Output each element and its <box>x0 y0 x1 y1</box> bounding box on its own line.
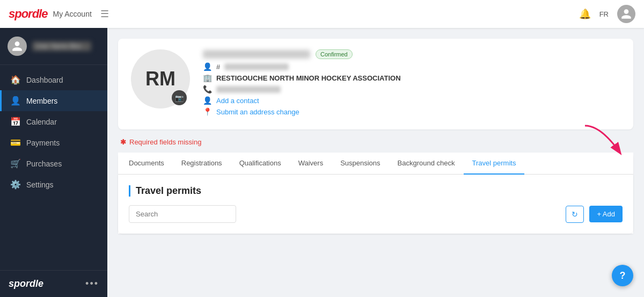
sidebar-nav: 🏠 Dashboard 👤 Members 📅 Calendar 💳 Payme… <box>0 65 107 270</box>
refresh-icon: ↻ <box>572 210 578 219</box>
sidebar-label-purchases: Purchases <box>26 160 62 168</box>
members-icon: 👤 <box>10 96 20 106</box>
profile-address-row: 📍 Submit an address change <box>203 107 620 116</box>
sidebar-user: User Name Blurred <box>0 28 107 65</box>
tab-documents[interactable]: Documents <box>120 153 173 175</box>
sidebar-label-settings: Settings <box>26 180 54 189</box>
add-contact-link[interactable]: Add a contact <box>216 97 259 105</box>
sidebar-more-button[interactable]: ••• <box>85 278 99 289</box>
location-icon: 📍 <box>203 107 212 116</box>
tab-travel-permits[interactable]: Travel permits <box>464 153 525 175</box>
refresh-button[interactable]: ↻ <box>566 206 584 223</box>
tab-background-check[interactable]: Background check <box>389 153 464 175</box>
sidebar-item-members[interactable]: 👤 Members <box>0 90 107 111</box>
profile-name-row: Confirmed <box>203 49 620 59</box>
sidebar-label-dashboard: Dashboard <box>26 76 63 84</box>
profile-org-name: RESTIGOUCHE NORTH MINOR HOCKEY ASSOCIATI… <box>216 74 401 82</box>
add-button-label: + Add <box>597 210 615 218</box>
profile-org-row: 🏢 RESTIGOUCHE NORTH MINOR HOCKEY ASSOCIA… <box>203 74 620 82</box>
bell-icon[interactable]: 🔔 <box>579 8 591 20</box>
person-icon: 👤 <box>203 62 212 71</box>
sidebar-item-payments[interactable]: 💳 Payments <box>0 132 107 153</box>
tabs-container: Documents Registrations Qualifications W… <box>118 153 633 175</box>
user-avatar[interactable] <box>617 5 635 23</box>
sidebar: User Name Blurred 🏠 Dashboard 👤 Members … <box>0 28 107 297</box>
calendar-icon: 📅 <box>10 117 20 127</box>
tab-suspensions[interactable]: Suspensions <box>332 153 389 175</box>
tab-waivers[interactable]: Waivers <box>290 153 332 175</box>
payments-icon: 💳 <box>10 137 20 148</box>
nav-title: My Account <box>53 10 91 18</box>
panel-toolbar: ↻ + Add <box>129 205 623 223</box>
sidebar-label-payments: Payments <box>26 139 60 147</box>
profile-id-blurred <box>224 63 289 70</box>
profile-phone-blurred <box>216 86 281 93</box>
settings-icon: ⚙️ <box>10 179 20 190</box>
tabs-wrapper: Documents Registrations Qualifications W… <box>118 153 633 234</box>
sidebar-avatar <box>8 37 27 56</box>
profile-id-label: # <box>216 63 220 71</box>
profile-add-contact-row: 👤 Add a contact <box>203 96 620 105</box>
sidebar-item-dashboard[interactable]: 🏠 Dashboard <box>0 69 107 90</box>
profile-info: Confirmed 👤 # 🏢 RESTIGOUCHE NORTH MINOR … <box>203 49 620 119</box>
panel-title: Travel permits <box>129 185 623 197</box>
home-icon: 🏠 <box>10 75 20 85</box>
layout: User Name Blurred 🏠 Dashboard 👤 Members … <box>0 28 644 297</box>
org-icon: 🏢 <box>203 74 212 82</box>
profile-card: RM 📷 Confirmed 👤 # 🏢 RESTIGOUCHE NORT <box>118 39 633 129</box>
sidebar-item-settings[interactable]: ⚙️ Settings <box>0 174 107 195</box>
language-selector[interactable]: FR <box>599 10 609 18</box>
hamburger-icon[interactable]: ☰ <box>100 8 109 20</box>
purchases-icon: 🛒 <box>10 158 20 169</box>
sidebar-item-calendar[interactable]: 📅 Calendar <box>0 111 107 132</box>
sidebar-footer: spordle ••• <box>0 270 107 297</box>
sidebar-label-calendar: Calendar <box>26 118 57 126</box>
spordle-logo: spordle <box>9 7 47 21</box>
add-button[interactable]: + Add <box>589 206 623 222</box>
travel-permits-panel: Travel permits ↻ + Add <box>118 175 633 234</box>
sidebar-item-purchases[interactable]: 🛒 Purchases <box>0 153 107 174</box>
confirmed-badge: Confirmed <box>316 49 353 59</box>
profile-id-row: 👤 # <box>203 62 620 71</box>
profile-avatar-edit-button[interactable]: 📷 <box>172 90 187 105</box>
submit-address-link[interactable]: Submit an address change <box>216 108 299 116</box>
tab-qualifications[interactable]: Qualifications <box>231 153 290 175</box>
tab-registrations[interactable]: Registrations <box>173 153 231 175</box>
navbar-right: 🔔 FR <box>579 5 635 23</box>
sidebar-username: User Name Blurred <box>32 41 91 51</box>
search-input[interactable] <box>129 205 236 223</box>
help-icon: ? <box>620 270 626 281</box>
brand: spordle My Account <box>9 7 92 21</box>
add-contact-icon: 👤 <box>203 96 212 105</box>
profile-avatar-container: RM 📷 <box>131 49 190 108</box>
required-star-icon: ✱ <box>120 138 126 146</box>
required-warning: ✱ Required fields missing <box>118 138 633 146</box>
help-fab-button[interactable]: ? <box>612 265 633 286</box>
navbar: spordle My Account ☰ 🔔 FR <box>0 0 644 28</box>
sidebar-footer-logo: spordle <box>9 278 43 289</box>
required-warning-text: Required fields missing <box>129 138 201 146</box>
main-content: RM 📷 Confirmed 👤 # 🏢 RESTIGOUCHE NORT <box>107 28 644 297</box>
sidebar-label-members: Members <box>26 97 57 105</box>
phone-icon: 📞 <box>203 85 212 93</box>
camera-icon: 📷 <box>175 94 184 102</box>
profile-phone-row: 📞 <box>203 85 620 93</box>
profile-name-blurred <box>203 50 310 59</box>
